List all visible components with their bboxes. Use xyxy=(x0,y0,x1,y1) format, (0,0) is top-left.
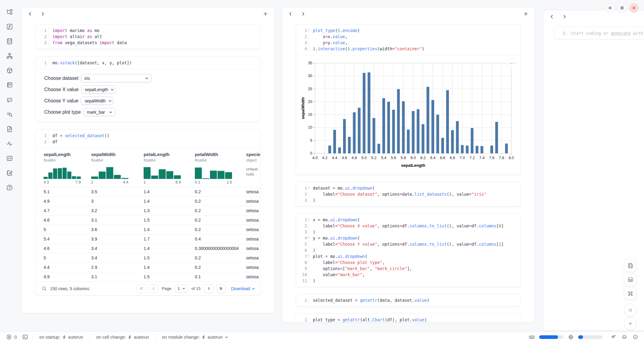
add-cell-button[interactable] xyxy=(263,11,268,16)
autorun-toggle[interactable]: on module change:autorun xyxy=(162,335,229,340)
download-button[interactable]: Download xyxy=(231,286,255,291)
column-next-button[interactable] xyxy=(562,14,567,19)
run-button[interactable] xyxy=(624,317,637,330)
save-button[interactable] xyxy=(624,259,637,272)
add-cell-button[interactable] xyxy=(524,11,528,16)
dataframe-table: sepalLengthfloat644.37.9sepalWidthfloat6… xyxy=(36,148,260,295)
code-editor[interactable]: 1234567891011x = mo.ui.dropdown( label="… xyxy=(296,214,521,287)
terminal-button[interactable] xyxy=(22,334,28,340)
notebook-menu-button[interactable] xyxy=(606,3,615,12)
chevron-left-icon xyxy=(288,12,293,16)
code-editor-placeholder[interactable]: 1Start coding or generate with AI xyxy=(554,27,644,39)
page-number-select[interactable]: 1 xyxy=(175,285,188,293)
sidebar-item-snippets[interactable] xyxy=(6,155,13,162)
svg-text:5.0: 5.0 xyxy=(361,156,367,160)
table-cell: 3.6 xyxy=(91,225,144,234)
code-editor[interactable]: 1234plot_type().encode( x=x.value, y=y.v… xyxy=(296,24,521,55)
chevron-left-icon xyxy=(152,287,156,290)
sidebar-item-outline-search[interactable] xyxy=(6,111,13,118)
table-row: 4.42.91.40.2setosa xyxy=(36,262,260,272)
column-prev-button[interactable] xyxy=(549,14,554,19)
sidebar-item-documentation[interactable] xyxy=(6,126,13,133)
last-page-button[interactable] xyxy=(216,284,226,293)
table-cell: 3.4 xyxy=(91,253,144,262)
altair-bar-chart[interactable]: 4.04.24.44.64.85.05.25.45.65.86.06.26.46… xyxy=(300,59,518,173)
dropdown-select[interactable]: iris xyxy=(81,74,152,82)
sidebar-item-help[interactable] xyxy=(6,184,13,191)
svg-text:4.0: 4.0 xyxy=(312,156,317,160)
errors-indicator-button[interactable] xyxy=(5,334,12,340)
sidebar-item-dependency-graph[interactable] xyxy=(6,52,13,59)
vstack-output: Choose datasetirisChoose X valuesepalLen… xyxy=(36,69,260,122)
package-icon xyxy=(6,67,13,74)
ai-sparkles-button[interactable] xyxy=(610,334,617,340)
column-next-button[interactable] xyxy=(301,11,306,16)
dropdown-select[interactable]: sepalLength xyxy=(81,85,115,94)
autorun-toggle[interactable]: on cell change:autorun xyxy=(96,335,149,340)
next-page-button[interactable] xyxy=(204,284,213,293)
column-prev-button[interactable] xyxy=(28,11,33,16)
shutdown-button[interactable] xyxy=(629,3,639,12)
keyboard-shortcuts-button[interactable] xyxy=(624,287,637,300)
column-header[interactable]: sepalLengthfloat644.37.9 xyxy=(44,152,91,184)
connection-status-button[interactable] xyxy=(632,334,639,340)
chevron-left-icon xyxy=(549,14,554,19)
circle-x-icon xyxy=(6,334,12,340)
column-header[interactable]: petalLengthfloat6416.9 xyxy=(144,152,195,184)
code-editor[interactable]: 1mo.vstack([dataset, x, y, plot]) xyxy=(36,57,260,69)
chevron-right-icon xyxy=(562,14,567,19)
chevrons-last-icon xyxy=(219,287,223,290)
code-editor[interactable]: 1selected_dataset = getattr(data, datase… xyxy=(296,294,521,306)
sidebar-item-logs[interactable] xyxy=(6,82,13,89)
chart-menu-button[interactable] xyxy=(506,58,517,69)
copilot-button[interactable] xyxy=(621,334,628,340)
chevron-down-icon xyxy=(109,110,113,114)
dropdown-label: Choose plot type xyxy=(44,109,81,115)
sidebar-item-datasources[interactable] xyxy=(6,38,13,45)
layout-toggle-button[interactable] xyxy=(624,273,637,286)
stop-button[interactable] xyxy=(624,304,637,316)
dropdown-select[interactable]: sepalWidth xyxy=(81,97,113,105)
table-cell: 0.2 xyxy=(195,225,246,234)
svg-text:6.2: 6.2 xyxy=(420,156,426,160)
dropdown-select[interactable]: mark_bar xyxy=(83,108,116,116)
table-cell: 1.5 xyxy=(144,253,195,262)
sidebar-item-packages[interactable] xyxy=(6,67,13,74)
svg-text:20: 20 xyxy=(308,100,312,104)
menu-icon xyxy=(608,5,613,10)
left-panel-header xyxy=(22,8,274,20)
sidebar-item-tracing[interactable] xyxy=(6,140,13,147)
column-next-button[interactable] xyxy=(41,11,45,16)
svg-text:7.4: 7.4 xyxy=(479,156,485,160)
table-cell: 5 xyxy=(44,225,91,234)
settings-button[interactable] xyxy=(617,3,627,12)
column-header[interactable]: speciesobjectunique:nulls: xyxy=(246,152,260,184)
sidebar-item-scratchpad[interactable] xyxy=(6,169,13,176)
sidebar-item-file-tree[interactable] xyxy=(6,9,13,16)
lightning-icon xyxy=(62,335,66,339)
code-editor[interactable]: 12df = selected_dataset()df xyxy=(36,130,260,148)
search-icon[interactable] xyxy=(42,286,47,291)
code-editor[interactable]: 123import marimo as moimport altair as a… xyxy=(36,24,260,49)
code-cell-xy-plot-dropdowns: 1234567891011x = mo.ui.dropdown( label="… xyxy=(296,213,521,287)
table-cell: 4.9 xyxy=(44,197,91,206)
autorun-toggle[interactable]: on startup:autorun xyxy=(39,335,83,340)
code-editor[interactable]: 1plot_type = getattr(alt.Chart(df), plot… xyxy=(296,314,521,322)
sparkles-icon xyxy=(610,334,616,340)
sidebar-item-ai-chat[interactable] xyxy=(6,96,13,103)
chevron-down-icon xyxy=(252,287,255,290)
prev-page-button[interactable] xyxy=(149,284,158,293)
first-page-button[interactable] xyxy=(137,284,146,293)
column-header[interactable]: sepalWidthfloat6424.4 xyxy=(91,152,144,184)
terminal-icon xyxy=(22,334,28,340)
column-prev-button[interactable] xyxy=(288,11,293,16)
code-editor[interactable]: 123dataset = mo.ui.dropdown( label="Choo… xyxy=(296,182,521,206)
table-row: 4.63.11.50.2setosa xyxy=(36,215,260,225)
gear-icon xyxy=(620,5,624,10)
svg-text:7.6: 7.6 xyxy=(489,156,494,160)
notebook-pen-icon xyxy=(6,169,13,176)
column-histogram xyxy=(195,166,232,179)
sidebar-item-variables[interactable] xyxy=(6,23,13,30)
column-header[interactable]: petalWidthfloat640.12.5 xyxy=(195,152,246,184)
svg-text:7.2: 7.2 xyxy=(470,156,475,160)
